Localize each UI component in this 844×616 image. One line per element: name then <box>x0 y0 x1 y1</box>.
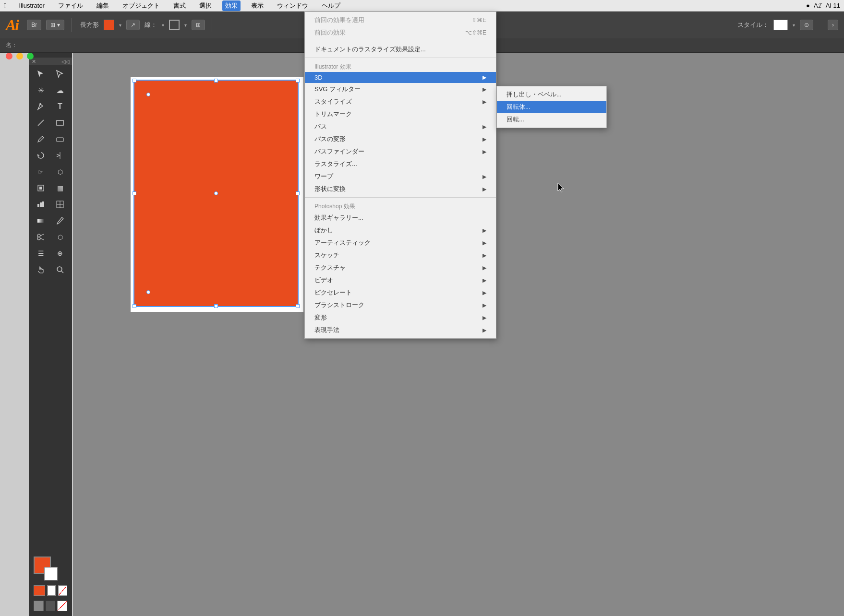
gradient-tool[interactable] <box>32 213 50 228</box>
type-tool[interactable]: T <box>51 99 69 114</box>
magic-wand-tool[interactable]: ✳ <box>32 83 50 98</box>
blend-tool[interactable]: ⬡ <box>51 229 69 245</box>
column-graph-tool[interactable] <box>32 197 50 212</box>
gray-swatch-1[interactable] <box>34 601 44 611</box>
menu-item-blur[interactable]: ぼかし ▶ <box>305 224 496 237</box>
submenu-rotate[interactable]: 回転... <box>497 113 606 126</box>
gray-swatch-2[interactable] <box>46 601 56 611</box>
menu-item-rasterize[interactable]: ラスタライズ... <box>305 158 496 170</box>
next-button[interactable]: › <box>828 20 838 30</box>
lasso-tool[interactable]: ☁ <box>51 83 69 98</box>
menu-item-stylize-ps[interactable]: 表現手法 ▶ <box>305 324 496 336</box>
scale-tool[interactable]: ☞ <box>32 164 50 179</box>
menu-item-apply-last-effect[interactable]: 前回の効果を適用 ⇧⌘E <box>305 14 496 26</box>
direct-selection-tool[interactable] <box>51 66 69 82</box>
menu-item-video[interactable]: ビデオ ▶ <box>305 274 496 286</box>
pen-tool[interactable] <box>32 99 50 114</box>
workspace-button[interactable]: ⊞ ▾ <box>46 20 64 30</box>
symbol-sprayer-tool[interactable]: ▦ <box>51 180 69 196</box>
style-preview[interactable] <box>773 20 788 30</box>
menubar-help[interactable]: ヘルプ <box>319 0 343 11</box>
handle-tc[interactable] <box>214 79 218 83</box>
menu-item-brush-strokes[interactable]: ブラシストローク ▶ <box>305 299 496 311</box>
selection-tool[interactable] <box>32 66 50 82</box>
handle-tl[interactable] <box>133 79 136 83</box>
line-tool[interactable] <box>32 115 50 130</box>
menu-item-rasterize-settings[interactable]: ドキュメントのラスタライズ効果設定... <box>305 43 496 56</box>
handle-bc[interactable] <box>214 304 218 308</box>
menubar-effect[interactable]: 効果 <box>222 0 241 11</box>
menu-item-warp[interactable]: ワープ ▶ <box>305 170 496 183</box>
menu-item-path[interactable]: パス ▶ <box>305 120 496 133</box>
menubar-file[interactable]: ファイル <box>55 0 86 11</box>
panel-collapse-icon[interactable]: ◁◁ <box>61 59 69 65</box>
selected-rectangle[interactable] <box>134 81 298 306</box>
menu-item-convert-shape[interactable]: 形状に変換 ▶ <box>305 183 496 195</box>
menu-item-texture[interactable]: テクスチャ ▶ <box>305 261 496 274</box>
mesh-tool[interactable] <box>51 197 69 212</box>
background-swatch[interactable] <box>44 567 58 580</box>
rotate-tool[interactable] <box>32 148 50 163</box>
color-picker-tool[interactable] <box>51 213 69 228</box>
menu-item-artistic[interactable]: アーティスティック ▶ <box>305 237 496 249</box>
menubar-window[interactable]: ウィンドウ <box>274 0 311 11</box>
menu-item-pathfinder[interactable]: パスファインダー ▶ <box>305 145 496 158</box>
eraser-tool[interactable] <box>51 131 69 147</box>
rectangle-tool[interactable] <box>51 115 69 130</box>
menu-item-distort[interactable]: 変形 ▶ <box>305 311 496 324</box>
pencil-tool[interactable] <box>32 131 50 147</box>
separator-2 <box>212 18 212 32</box>
3d-submenu[interactable]: 押し出し・ベベル... 回転体... 回転... <box>496 86 607 128</box>
close-button[interactable] <box>6 53 12 59</box>
fill-color-swatch[interactable] <box>104 20 114 30</box>
stroke-arrow[interactable]: ▾ <box>162 23 164 28</box>
maximize-button[interactable] <box>27 53 34 59</box>
style-arrow[interactable]: ▾ <box>793 23 795 28</box>
menubar-type[interactable]: 書式 <box>170 0 189 11</box>
hand-tool[interactable] <box>32 262 50 277</box>
free-transform-tool[interactable] <box>32 180 50 196</box>
effects-menu[interactable]: 前回の効果を適用 ⇧⌘E 前回の効果 ⌥⇧⌘E ドキュメントのラスタライズ効果設… <box>304 12 496 339</box>
submenu-extrude-bevel[interactable]: 押し出し・ベベル... <box>497 88 606 101</box>
bridge-button[interactable]: Br <box>27 20 41 30</box>
handle-mr[interactable] <box>296 191 300 195</box>
menu-item-gallery[interactable]: 効果ギャラリー... <box>305 212 496 224</box>
handle-br[interactable] <box>296 304 300 308</box>
zoom-tool[interactable] <box>51 262 69 277</box>
minimize-button[interactable] <box>16 53 23 59</box>
stroke-indicator[interactable] <box>47 585 56 596</box>
menu-item-svg-filters[interactable]: SVG フィルター ▶ <box>305 83 496 95</box>
menubar-object[interactable]: オブジェクト <box>120 0 163 11</box>
menubar-edit[interactable]: 編集 <box>94 0 112 11</box>
stroke-color-swatch[interactable] <box>169 20 180 30</box>
apple-icon[interactable]:  <box>4 1 6 10</box>
menubar-select[interactable]: 選択 <box>196 0 215 11</box>
handle-tr[interactable] <box>296 79 300 83</box>
menu-item-last-effect[interactable]: 前回の効果 ⌥⇧⌘E <box>305 26 496 39</box>
reflect-tool[interactable] <box>51 148 69 163</box>
stroke-weight-field[interactable]: ⊞ <box>192 20 205 30</box>
stroke-size-arrow[interactable]: ▾ <box>184 23 187 28</box>
menu-item-pixelate[interactable]: ピクセレート ▶ <box>305 286 496 299</box>
none-indicator[interactable] <box>58 585 67 596</box>
scissors-tool[interactable] <box>32 229 50 245</box>
warp-tool[interactable]: ⬡ <box>51 164 69 179</box>
fill-arrow[interactable]: ▾ <box>119 23 121 28</box>
stroke-arrow-button[interactable]: ↗ <box>126 20 140 30</box>
submenu-revolve[interactable]: 回転体... <box>497 101 606 113</box>
fill-indicator[interactable] <box>34 585 45 596</box>
handle-bl[interactable] <box>133 304 136 308</box>
menu-item-sketch[interactable]: スケッチ ▶ <box>305 249 496 261</box>
menubar-illustrator[interactable]: Illustrator <box>16 1 47 10</box>
handle-ml[interactable] <box>133 191 136 195</box>
menu-item-distort-transform[interactable]: パスの変形 ▶ <box>305 133 496 145</box>
menu-item-crop-marks[interactable]: トリムマーク <box>305 108 496 120</box>
style-options-button[interactable]: ⊙ <box>800 20 813 30</box>
shape-name: 長方形 <box>80 21 99 29</box>
gray-none-swatch[interactable] <box>57 601 67 611</box>
zoom-in-tool[interactable]: ⊕ <box>51 246 69 261</box>
menubar-view[interactable]: 表示 <box>248 0 266 11</box>
menu-item-3d[interactable]: 3D ▶ <box>305 72 496 83</box>
menu-item-stylize[interactable]: スタイライズ ▶ <box>305 95 496 108</box>
zoom-out-tool[interactable]: ☰ <box>32 246 50 261</box>
